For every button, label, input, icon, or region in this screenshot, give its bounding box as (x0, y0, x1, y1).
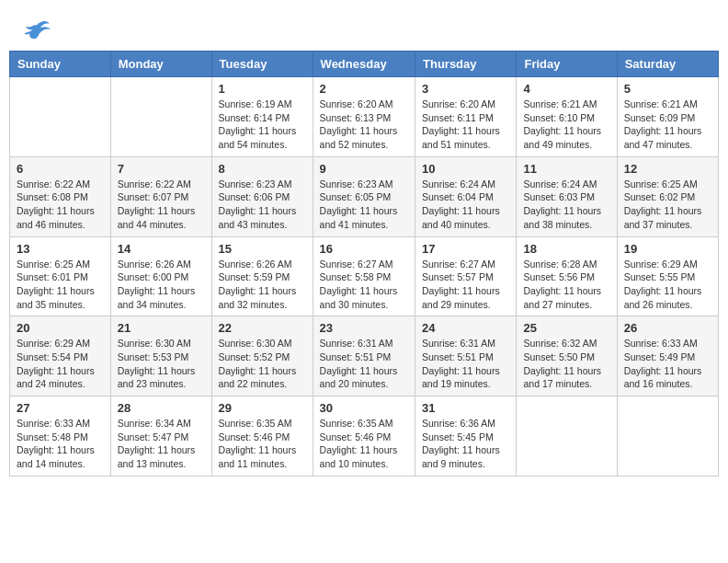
day-number: 26 (624, 321, 711, 335)
day-number: 24 (422, 321, 509, 335)
day-number: 14 (118, 242, 205, 256)
day-info: Sunrise: 6:20 AM Sunset: 6:13 PM Dayligh… (320, 98, 408, 152)
day-number: 6 (17, 162, 104, 176)
day-info: Sunrise: 6:32 AM Sunset: 5:50 PM Dayligh… (523, 337, 609, 391)
day-info: Sunrise: 6:21 AM Sunset: 6:10 PM Dayligh… (523, 98, 609, 152)
calendar-cell: 7Sunrise: 6:22 AM Sunset: 6:07 PM Daylig… (110, 156, 211, 236)
day-number: 21 (118, 321, 205, 335)
calendar-cell: 20Sunrise: 6:29 AM Sunset: 5:54 PM Dayli… (10, 316, 111, 396)
calendar-day-header: Monday (110, 52, 211, 77)
calendar-cell: 22Sunrise: 6:30 AM Sunset: 5:52 PM Dayli… (211, 316, 313, 396)
calendar-cell: 15Sunrise: 6:26 AM Sunset: 5:59 PM Dayli… (211, 236, 313, 316)
calendar-week-row: 27Sunrise: 6:33 AM Sunset: 5:48 PM Dayli… (10, 396, 719, 477)
calendar-cell: 25Sunrise: 6:32 AM Sunset: 5:50 PM Dayli… (517, 316, 617, 396)
logo (23, 18, 53, 41)
calendar-day-header: Sunday (10, 52, 111, 77)
calendar-cell: 17Sunrise: 6:27 AM Sunset: 5:57 PM Dayli… (415, 236, 517, 316)
day-number: 15 (219, 242, 306, 256)
calendar-cell: 26Sunrise: 6:33 AM Sunset: 5:49 PM Dayli… (617, 316, 718, 396)
day-info: Sunrise: 6:33 AM Sunset: 5:48 PM Dayligh… (17, 417, 104, 471)
calendar-cell: 16Sunrise: 6:27 AM Sunset: 5:58 PM Dayli… (313, 236, 415, 316)
day-number: 4 (523, 82, 609, 96)
day-info: Sunrise: 6:31 AM Sunset: 5:51 PM Dayligh… (422, 337, 509, 391)
calendar-week-row: 13Sunrise: 6:25 AM Sunset: 6:01 PM Dayli… (10, 236, 719, 316)
day-info: Sunrise: 6:26 AM Sunset: 6:00 PM Dayligh… (118, 258, 205, 312)
day-number: 1 (219, 82, 306, 96)
logo-bird-icon (23, 18, 51, 41)
page-header (9, 9, 719, 46)
day-number: 27 (17, 401, 104, 415)
day-info: Sunrise: 6:29 AM Sunset: 5:55 PM Dayligh… (624, 258, 711, 312)
day-info: Sunrise: 6:19 AM Sunset: 6:14 PM Dayligh… (219, 98, 306, 152)
day-number: 23 (320, 321, 408, 335)
calendar-cell: 24Sunrise: 6:31 AM Sunset: 5:51 PM Dayli… (415, 316, 517, 396)
calendar-week-row: 6Sunrise: 6:22 AM Sunset: 6:08 PM Daylig… (10, 156, 719, 236)
day-info: Sunrise: 6:30 AM Sunset: 5:52 PM Dayligh… (219, 337, 306, 391)
calendar-cell: 28Sunrise: 6:34 AM Sunset: 5:47 PM Dayli… (110, 396, 211, 477)
day-number: 9 (320, 162, 408, 176)
day-info: Sunrise: 6:31 AM Sunset: 5:51 PM Dayligh… (320, 337, 408, 391)
day-info: Sunrise: 6:35 AM Sunset: 5:46 PM Dayligh… (320, 417, 408, 471)
calendar-week-row: 1Sunrise: 6:19 AM Sunset: 6:14 PM Daylig… (10, 77, 719, 157)
calendar-cell: 3Sunrise: 6:20 AM Sunset: 6:11 PM Daylig… (415, 77, 517, 157)
day-info: Sunrise: 6:34 AM Sunset: 5:47 PM Dayligh… (118, 417, 205, 471)
calendar-cell: 8Sunrise: 6:23 AM Sunset: 6:06 PM Daylig… (211, 156, 313, 236)
calendar-cell: 18Sunrise: 6:28 AM Sunset: 5:56 PM Dayli… (517, 236, 617, 316)
calendar-table: SundayMondayTuesdayWednesdayThursdayFrid… (9, 51, 719, 477)
calendar-cell: 4Sunrise: 6:21 AM Sunset: 6:10 PM Daylig… (517, 77, 617, 157)
calendar-cell: 6Sunrise: 6:22 AM Sunset: 6:08 PM Daylig… (10, 156, 111, 236)
day-number: 16 (320, 242, 408, 256)
calendar-cell (517, 396, 617, 477)
day-number: 17 (422, 242, 509, 256)
calendar-cell: 13Sunrise: 6:25 AM Sunset: 6:01 PM Dayli… (10, 236, 111, 316)
calendar-header-row: SundayMondayTuesdayWednesdayThursdayFrid… (10, 52, 719, 77)
calendar-cell: 1Sunrise: 6:19 AM Sunset: 6:14 PM Daylig… (211, 77, 313, 157)
day-number: 29 (219, 401, 306, 415)
calendar-cell: 2Sunrise: 6:20 AM Sunset: 6:13 PM Daylig… (313, 77, 415, 157)
day-info: Sunrise: 6:23 AM Sunset: 6:05 PM Dayligh… (320, 178, 408, 232)
calendar-week-row: 20Sunrise: 6:29 AM Sunset: 5:54 PM Dayli… (10, 316, 719, 396)
calendar-cell: 21Sunrise: 6:30 AM Sunset: 5:53 PM Dayli… (110, 316, 211, 396)
day-info: Sunrise: 6:29 AM Sunset: 5:54 PM Dayligh… (17, 337, 104, 391)
day-info: Sunrise: 6:28 AM Sunset: 5:56 PM Dayligh… (523, 258, 609, 312)
calendar-cell: 12Sunrise: 6:25 AM Sunset: 6:02 PM Dayli… (617, 156, 718, 236)
day-number: 25 (523, 321, 609, 335)
day-info: Sunrise: 6:22 AM Sunset: 6:07 PM Dayligh… (118, 178, 205, 232)
day-number: 8 (219, 162, 306, 176)
day-number: 20 (17, 321, 104, 335)
day-info: Sunrise: 6:33 AM Sunset: 5:49 PM Dayligh… (624, 337, 711, 391)
day-number: 5 (624, 82, 711, 96)
day-info: Sunrise: 6:25 AM Sunset: 6:02 PM Dayligh… (624, 178, 711, 232)
day-number: 3 (422, 82, 509, 96)
calendar-cell (617, 396, 718, 477)
calendar-cell: 31Sunrise: 6:36 AM Sunset: 5:45 PM Dayli… (415, 396, 517, 477)
calendar-cell: 27Sunrise: 6:33 AM Sunset: 5:48 PM Dayli… (10, 396, 111, 477)
calendar-cell (110, 77, 211, 157)
calendar-day-header: Thursday (415, 52, 517, 77)
day-number: 10 (422, 162, 509, 176)
day-number: 7 (118, 162, 205, 176)
day-info: Sunrise: 6:26 AM Sunset: 5:59 PM Dayligh… (219, 258, 306, 312)
day-number: 22 (219, 321, 306, 335)
day-info: Sunrise: 6:30 AM Sunset: 5:53 PM Dayligh… (118, 337, 205, 391)
calendar-cell (10, 77, 111, 157)
calendar-cell: 5Sunrise: 6:21 AM Sunset: 6:09 PM Daylig… (617, 77, 718, 157)
calendar-cell: 23Sunrise: 6:31 AM Sunset: 5:51 PM Dayli… (313, 316, 415, 396)
day-number: 2 (320, 82, 408, 96)
calendar-cell: 19Sunrise: 6:29 AM Sunset: 5:55 PM Dayli… (617, 236, 718, 316)
calendar-cell: 14Sunrise: 6:26 AM Sunset: 6:00 PM Dayli… (110, 236, 211, 316)
day-number: 19 (624, 242, 711, 256)
day-info: Sunrise: 6:22 AM Sunset: 6:08 PM Dayligh… (17, 178, 104, 232)
day-number: 30 (320, 401, 408, 415)
day-info: Sunrise: 6:21 AM Sunset: 6:09 PM Dayligh… (624, 98, 711, 152)
day-info: Sunrise: 6:35 AM Sunset: 5:46 PM Dayligh… (219, 417, 306, 471)
day-info: Sunrise: 6:23 AM Sunset: 6:06 PM Dayligh… (219, 178, 306, 232)
day-info: Sunrise: 6:20 AM Sunset: 6:11 PM Dayligh… (422, 98, 509, 152)
day-number: 11 (523, 162, 609, 176)
day-info: Sunrise: 6:24 AM Sunset: 6:04 PM Dayligh… (422, 178, 509, 232)
day-info: Sunrise: 6:25 AM Sunset: 6:01 PM Dayligh… (17, 258, 104, 312)
calendar-cell: 30Sunrise: 6:35 AM Sunset: 5:46 PM Dayli… (313, 396, 415, 477)
calendar-cell: 29Sunrise: 6:35 AM Sunset: 5:46 PM Dayli… (211, 396, 313, 477)
day-info: Sunrise: 6:27 AM Sunset: 5:57 PM Dayligh… (422, 258, 509, 312)
day-info: Sunrise: 6:27 AM Sunset: 5:58 PM Dayligh… (320, 258, 408, 312)
